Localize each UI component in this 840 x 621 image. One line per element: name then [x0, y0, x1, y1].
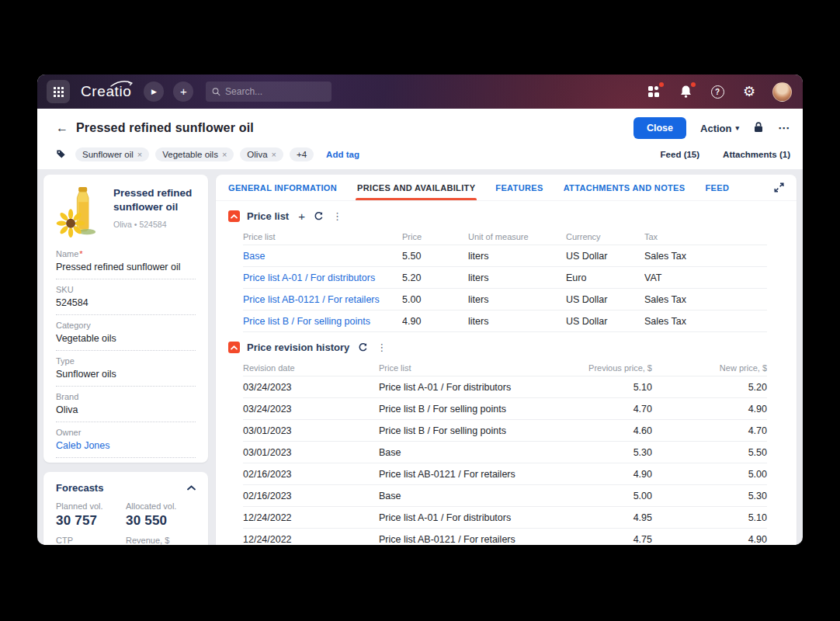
column-header[interactable]: Previous price, $	[569, 363, 652, 373]
run-process-button[interactable]: ▶	[144, 82, 164, 102]
quick-add-button[interactable]: +	[173, 82, 193, 102]
column-header[interactable]: Unit of measure	[468, 232, 566, 241]
field-value[interactable]: Sunflower oils	[56, 366, 196, 387]
collapse-button[interactable]	[187, 485, 196, 491]
new-price-cell: 5.00	[652, 469, 767, 480]
chevron-up-icon	[231, 345, 238, 350]
column-header[interactable]: Price	[402, 232, 468, 241]
tag-pill[interactable]: Vegetable oils×	[155, 147, 234, 161]
tag-remove-icon[interactable]: ×	[137, 150, 142, 159]
user-avatar[interactable]	[772, 82, 792, 102]
table-row[interactable]: 03/01/2023 Price list B / For selling po…	[243, 420, 767, 442]
price-list-link[interactable]: Price list AB-0121 / For retailers	[243, 294, 402, 305]
price-list-link[interactable]: Base	[243, 251, 402, 262]
table-row[interactable]: 12/24/2022 Price list AB-0121 / For reta…	[243, 529, 767, 545]
tab[interactable]: FEATURES	[495, 175, 543, 200]
price-list-table: Price list Price Unit of measure Currenc…	[243, 228, 767, 332]
table-row[interactable]: 02/16/2023 Base 5.00 5.30	[243, 485, 767, 507]
play-icon: ▶	[151, 88, 157, 95]
product-card-subtitle: Oliva • 524584	[113, 220, 196, 229]
settings-button[interactable]: ⚙	[741, 83, 758, 100]
column-header[interactable]: New price, $	[652, 363, 767, 373]
refresh-button[interactable]	[314, 211, 324, 221]
section-collapse-button[interactable]	[228, 210, 240, 222]
price-list-section: Price list + ⋮ Price list Price Unit of …	[216, 210, 797, 332]
column-header[interactable]: Price list	[379, 363, 569, 373]
table-row[interactable]: 03/24/2023 Price list B / For selling po…	[243, 398, 767, 420]
section-title: Price revision history	[247, 342, 349, 353]
forecast-metric: Allocated vol. 30 550	[126, 501, 196, 529]
tag-remove-icon[interactable]: ×	[272, 150, 276, 159]
column-header[interactable]: Revision date	[243, 363, 379, 373]
previous-price-cell: 4.60	[569, 425, 652, 436]
tab[interactable]: GENERAL INFORMATION	[228, 175, 337, 200]
table-row[interactable]: 12/24/2022 Price list A-01 / For distrib…	[243, 507, 767, 529]
field-value[interactable]: Pressed refined sunflower oil	[56, 258, 196, 279]
access-rights-button[interactable]	[753, 121, 764, 136]
revision-date-cell: 02/16/2023	[243, 469, 379, 480]
table-row[interactable]: Price list AB-0121 / For retailers 5.00 …	[243, 289, 767, 310]
table-row[interactable]: Price list B / For selling points 4.90 l…	[243, 310, 767, 332]
more-tags-pill[interactable]: +4	[290, 147, 314, 161]
close-button[interactable]: Close	[633, 117, 686, 139]
question-icon: ?	[711, 85, 724, 99]
price-list-cell: Base	[379, 447, 569, 458]
table-header: Price list Price Unit of measure Currenc…	[243, 228, 767, 245]
tag-pill[interactable]: Oliva×	[240, 147, 283, 161]
field-value[interactable]: Oliva	[56, 401, 196, 422]
price-list-cell: Price list B / For selling points	[379, 404, 569, 415]
table-row[interactable]: 03/01/2023 Base 5.30 5.50	[243, 442, 767, 463]
processes-icon	[648, 86, 660, 98]
tab[interactable]: FEED	[706, 175, 730, 200]
search-input[interactable]	[225, 86, 325, 97]
column-header[interactable]: Price list	[243, 232, 402, 241]
field-value[interactable]: Caleb Jones	[56, 437, 196, 458]
tab[interactable]: PRICES AND AVAILABILITY	[357, 175, 475, 200]
help-button[interactable]: ?	[709, 83, 726, 100]
table-row[interactable]: Price list A-01 / For distributors 5.20 …	[243, 267, 767, 289]
field-label: Owner*	[56, 428, 196, 437]
price-list-cell: Price list A-01 / For distributors	[379, 512, 569, 523]
add-tag-button[interactable]: Add tag	[326, 150, 359, 159]
tag-remove-icon[interactable]: ×	[222, 150, 227, 159]
field-label: Type*	[56, 356, 196, 366]
attachments-link[interactable]: Attachments (1)	[723, 150, 790, 159]
revision-date-cell: 03/01/2023	[243, 447, 379, 458]
feed-link[interactable]: Feed (15)	[661, 150, 700, 159]
new-price-cell: 5.50	[652, 447, 767, 458]
price-cell: 5.00	[402, 294, 468, 305]
section-collapse-button[interactable]	[228, 342, 240, 353]
price-list-link[interactable]: Price list A-01 / For distributors	[243, 272, 402, 283]
revision-date-cell: 02/16/2023	[243, 491, 379, 501]
table-row[interactable]: Base 5.50 liters US Dollar Sales Tax	[243, 245, 767, 267]
table-row[interactable]: 03/24/2023 Price list A-01 / For distrib…	[243, 376, 767, 398]
action-dropdown[interactable]: Action ▾	[700, 123, 739, 134]
processes-button[interactable]	[645, 83, 662, 100]
currency-cell: US Dollar	[566, 316, 644, 327]
table-row[interactable]: 02/16/2023 Price list AB-0121 / For reta…	[243, 463, 767, 485]
price-list-link[interactable]: Price list B / For selling points	[243, 316, 402, 327]
section-menu-button[interactable]: ⋮	[377, 342, 387, 353]
tab[interactable]: ATTACHMENTS AND NOTES	[564, 175, 686, 200]
new-price-cell: 4.90	[652, 534, 767, 545]
tag-pill[interactable]: Sunflower oil×	[75, 147, 149, 161]
forecasts-title: Forecasts	[56, 482, 103, 494]
refresh-button[interactable]	[358, 342, 368, 352]
price-revision-rows: 03/24/2023 Price list A-01 / For distrib…	[243, 376, 767, 545]
add-record-button[interactable]: +	[298, 210, 305, 222]
section-menu-button[interactable]: ⋮	[332, 210, 342, 222]
notification-dot	[691, 82, 696, 87]
global-search[interactable]	[206, 82, 331, 102]
app-grid-button[interactable]	[47, 80, 70, 103]
tax-cell: Sales Tax	[644, 316, 767, 327]
logo-swoosh-icon	[110, 80, 134, 88]
back-button[interactable]: ←	[56, 121, 68, 135]
expand-button[interactable]	[774, 182, 784, 193]
notifications-button[interactable]	[677, 83, 694, 100]
field-value[interactable]: 524584	[56, 294, 196, 315]
more-options-button[interactable]: ⋯	[778, 121, 790, 135]
column-header[interactable]: Tax	[644, 232, 767, 241]
field-value[interactable]: Vegetable oils	[56, 330, 196, 351]
product-field: Name* Pressed refined sunflower oil	[56, 244, 196, 279]
column-header[interactable]: Currency	[566, 232, 644, 241]
